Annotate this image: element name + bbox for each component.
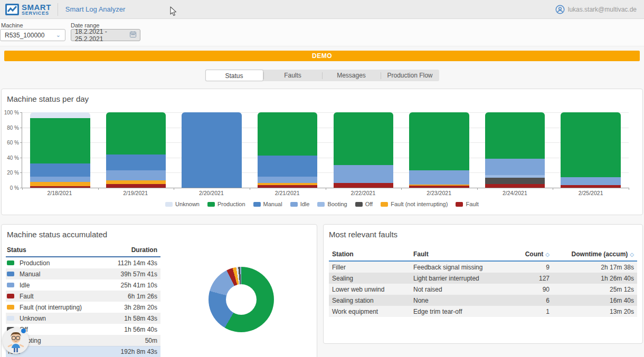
legend-item-off: Off	[355, 201, 373, 207]
fault-downtime: 25m 12s	[550, 286, 634, 293]
bar-slot	[326, 112, 402, 188]
bar-segment-production	[409, 112, 469, 170]
bar-slot	[22, 112, 98, 188]
stacked-bar-2/24/2021[interactable]	[485, 112, 545, 188]
legend-label: Idle	[300, 201, 310, 207]
y-axis-tick-label: 80 %	[0, 124, 19, 130]
user-menu[interactable]: lukas.stark@multivac.de	[555, 5, 644, 14]
status-cell: Production	[7, 259, 50, 267]
legend-label: Manual	[263, 201, 282, 207]
x-axis-label: 2/20/2021	[174, 190, 250, 196]
legend-item-production: Production	[207, 201, 245, 207]
fault-row-work-equipment[interactable]: Work equipmentEdge trim tear-off113m 20s	[329, 306, 637, 317]
stacked-bar-2/23/2021[interactable]	[409, 112, 469, 188]
fault-count: 90	[499, 286, 550, 293]
date-range-value: 18.2.2021 - 25.2.2021	[75, 28, 127, 43]
accumulated-row-fault-not-interrupting-[interactable]: Fault (not interrupting)3h 28m 20s	[6, 302, 160, 313]
accumulated-panel-title: Machine status accumulated	[2, 225, 317, 239]
accumulated-row-off[interactable]: Off1h 56m 40s	[6, 324, 160, 335]
date-range-field[interactable]: 18.2.2021 - 25.2.2021	[71, 29, 140, 41]
fault-station: Filler	[332, 264, 413, 271]
smart-services-logo[interactable]: SMART SERVICES	[0, 3, 58, 16]
chatbot-notification-dot	[21, 329, 26, 333]
demo-banner: DEMO	[4, 51, 640, 61]
legend-item-unknown: Unknown	[165, 201, 200, 207]
logo-line2: SERVICES	[22, 11, 51, 16]
bar-slot	[477, 112, 553, 188]
status-swatch	[7, 283, 14, 287]
legend-item-manual: Manual	[253, 201, 282, 207]
status-swatch	[7, 294, 14, 298]
bar-segment-production	[485, 112, 545, 159]
stacked-bar-2/20/2021[interactable]	[182, 112, 241, 188]
fault-count: 9	[499, 264, 550, 271]
stacked-bar-2/25/2021[interactable]	[561, 112, 620, 188]
accumulated-table-header: Status Duration	[6, 245, 160, 257]
accumulated-row-manual[interactable]: Manual39h 57m 41s	[6, 268, 160, 279]
status-name: Manual	[20, 271, 40, 278]
legend-item-idle: Idle	[290, 201, 310, 207]
bar-segment-fault-not-interrupting-	[106, 180, 166, 184]
column-header-station: Station	[332, 250, 413, 258]
accumulated-total-row[interactable]: Total192h 8m 43s	[6, 346, 160, 357]
sort-icon[interactable]: ◇	[545, 252, 550, 257]
column-header-fault: Fault	[413, 250, 499, 258]
calendar-icon	[130, 31, 136, 39]
fault-row-lower-web-unwind[interactable]: Lower web unwindNot raised9025m 12s	[329, 284, 637, 295]
y-axis-tick-label: 40 %	[0, 155, 19, 160]
bar-segment-production	[258, 112, 317, 156]
status-donut-chart[interactable]	[209, 267, 274, 332]
fault-row-sealing-station[interactable]: Sealing stationNone616m 40s	[329, 295, 637, 306]
legend-swatch	[381, 202, 388, 207]
tab-messages[interactable]: Messages	[323, 70, 381, 81]
tab-faults[interactable]: Faults	[264, 70, 322, 81]
fault-row-sealing[interactable]: SealingLight barrier interrupted1271h 26…	[329, 273, 637, 284]
bar-segment-fault	[30, 186, 90, 188]
fault-station: Work equipment	[332, 308, 413, 315]
column-header-downtime-accum-[interactable]: Downtime (accum)◇	[550, 250, 634, 258]
machine-label: Machine	[1, 22, 23, 28]
tab-production-flow[interactable]: Production Flow	[381, 70, 439, 81]
bar-slot	[553, 112, 629, 188]
fault-row-filler[interactable]: FillerFeedback signal missing92h 17m 38s	[329, 262, 637, 273]
bar-segment-manual	[106, 155, 166, 170]
status-swatch	[7, 272, 14, 276]
bar-segment-production	[106, 112, 166, 155]
legend-swatch	[317, 202, 325, 207]
accumulated-row-unknown[interactable]: Unknown1h 58m 43s	[6, 313, 160, 324]
status-name: Idle	[20, 282, 30, 289]
duration-value: 112h 14m 43s	[118, 259, 157, 267]
sort-icon[interactable]: ◇	[630, 252, 634, 257]
bar-segment-fault	[561, 185, 620, 188]
duration-value: 6h 1m 26s	[128, 293, 157, 300]
machine-select[interactable]: R535_100000 ⌄	[0, 29, 65, 41]
bar-segment-fault	[334, 183, 393, 188]
stacked-bar-2/18/2021[interactable]	[30, 112, 90, 188]
legend-label: Off	[365, 201, 373, 207]
stacked-bar-chart[interactable]: 0 %20 %40 %60 %80 %100 %	[22, 112, 629, 188]
status-name: Fault (not interrupting)	[20, 304, 82, 311]
accumulated-row-idle[interactable]: Idle25h 41m 10s	[6, 279, 160, 291]
bar-slot	[401, 112, 477, 188]
accumulated-table-body: Production112h 14m 43sManual39h 57m 41sI…	[6, 257, 160, 357]
x-axis-label: 2/24/2021	[477, 190, 553, 196]
stacked-bar-2/22/2021[interactable]	[334, 112, 393, 188]
column-header-count[interactable]: Count◇	[499, 250, 550, 258]
bar-slot	[250, 112, 326, 188]
accumulated-row-production[interactable]: Production112h 14m 43s	[6, 257, 160, 268]
accumulated-row-fault[interactable]: Fault6h 1m 26s	[6, 291, 160, 302]
stacked-bar-2/19/2021[interactable]	[106, 112, 166, 188]
most-relevant-faults-panel: Most relevant faults StationFaultCount◇D…	[323, 224, 643, 344]
column-header-duration: Duration	[131, 246, 157, 254]
bar-segment-idle	[106, 170, 166, 180]
stacked-bar-2/21/2021[interactable]	[258, 112, 317, 188]
bar-segment-fault-not-interrupting-	[30, 182, 90, 187]
faults-table-header: StationFaultCount◇Downtime (accum)◇	[329, 248, 637, 262]
duration-value: 39h 57m 41s	[121, 271, 157, 278]
fault-downtime: 1h 26m 40s	[550, 275, 634, 282]
bar-segment-fault	[409, 186, 469, 188]
legend-swatch	[253, 202, 261, 207]
x-axis-label: 2/18/2021	[22, 190, 98, 196]
fault-downtime: 2h 17m 38s	[550, 264, 634, 271]
tab-status[interactable]: Status	[205, 70, 263, 81]
